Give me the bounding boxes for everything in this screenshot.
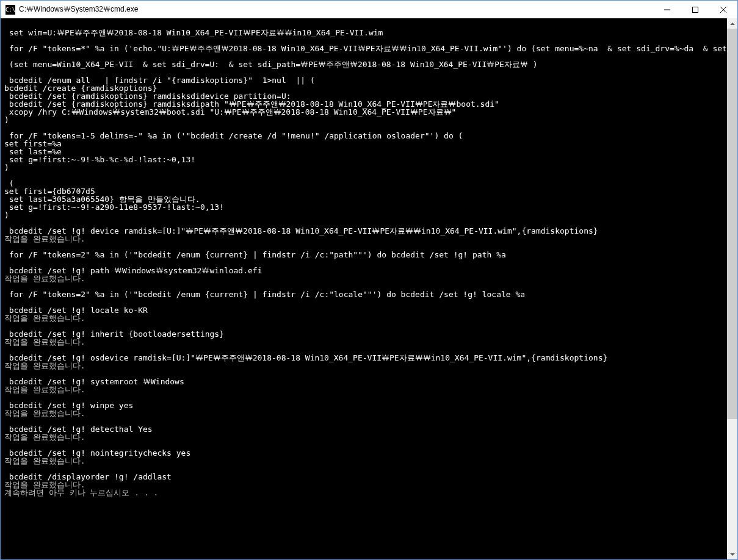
scroll-down-button[interactable]: [727, 549, 737, 559]
svg-marker-4: [730, 23, 735, 25]
window-controls: [653, 1, 737, 18]
console-output[interactable]: set wim=U:￦PE￦주주앤￦2018-08-18 Win10_X64_P…: [1, 18, 727, 559]
scrollbar-track[interactable]: [727, 29, 737, 549]
vertical-scrollbar[interactable]: [727, 18, 737, 559]
cmd-window: C:\ C:￦Windows￦System32￦cmd.exe set wim=…: [0, 0, 738, 560]
window-title: C:￦Windows￦System32￦cmd.exe: [19, 4, 138, 15]
maximize-button[interactable]: [681, 1, 709, 18]
cmd-icon: C:\: [5, 5, 15, 15]
svg-rect-1: [693, 7, 698, 12]
titlebar[interactable]: C:\ C:￦Windows￦System32￦cmd.exe: [1, 1, 737, 18]
svg-marker-5: [730, 553, 735, 556]
minimize-button[interactable]: [653, 1, 681, 18]
close-button[interactable]: [709, 1, 737, 18]
scrollbar-thumb[interactable]: [727, 29, 737, 419]
content-area: set wim=U:￦PE￦주주앤￦2018-08-18 Win10_X64_P…: [1, 18, 737, 559]
scroll-up-button[interactable]: [727, 18, 737, 29]
